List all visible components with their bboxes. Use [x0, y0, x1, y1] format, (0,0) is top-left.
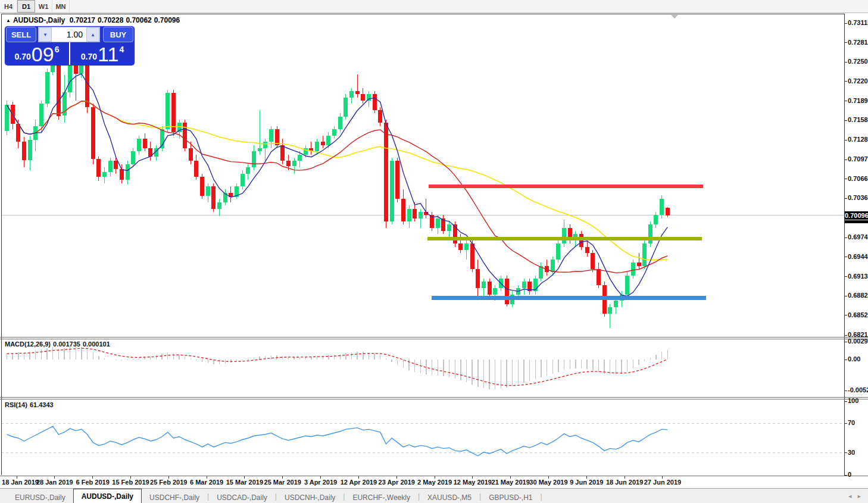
tab-gbpusd-h1[interactable]: GBPUSD-,H1 [481, 491, 540, 503]
date-tick-label: 2 May 2019 [417, 479, 452, 486]
price-tick-label: 0.70665 [848, 175, 868, 182]
volume-decrease-button[interactable]: ▼ [39, 27, 52, 42]
buy-button[interactable]: BUY [103, 27, 133, 42]
date-tick-label: 27 Jun 2019 [644, 479, 681, 486]
volume-input[interactable] [52, 27, 86, 42]
rsi-tick-label: 70 [848, 419, 855, 426]
date-tick-label: 21 May 2019 [492, 479, 530, 486]
tab-xauusd-m5[interactable]: XAUUSD-,M5 [420, 491, 479, 503]
tab-usdchf-daily[interactable]: USDCHF-,Daily [142, 491, 207, 503]
tabs-scroll-right-icon[interactable]: ▸ [857, 492, 861, 500]
date-tick-label: 12 Apr 2019 [341, 479, 377, 486]
timeframe-button-h4[interactable]: H4 [0, 0, 17, 13]
date-tick-label: 25 Mar 2019 [264, 479, 301, 486]
price-tick-label: 0.70360 [848, 194, 868, 201]
timeframe-toolbar: H4D1W1MN [0, 0, 868, 13]
timeframe-button-w1[interactable]: W1 [35, 0, 52, 13]
tab-eurchf-weekly[interactable]: EURCHF-,Weekly [345, 491, 417, 503]
date-tick-label: 6 Mar 2019 [190, 479, 223, 486]
rsi-value: 61.4343 [30, 401, 54, 408]
chart-title: ▲AUDUSD-,Daily 0.702170.702280.700620.70… [6, 16, 182, 24]
price-tick-label: 0.68825 [848, 292, 868, 299]
tab-separator: | [541, 492, 542, 501]
ohlc-open: 0.70217 [70, 16, 95, 24]
date-tick-label: 30 May 2019 [529, 479, 567, 486]
price-tick-label: 0.69440 [848, 253, 868, 260]
date-tick-label: 3 Apr 2019 [304, 479, 337, 486]
macd-signal-value: 0.000101 [83, 340, 110, 348]
sell-price-display[interactable]: 0.70 09 6 [5, 42, 70, 65]
price-tick-label: 0.73115 [848, 19, 868, 26]
volume-control: ▼ ▲ [38, 27, 100, 42]
volume-increase-button[interactable]: ▲ [86, 27, 99, 42]
price-tick-label: 0.71585 [848, 116, 868, 123]
chart-shift-marker-icon[interactable] [671, 15, 678, 18]
price-tick-label: 0.69745 [848, 233, 868, 240]
ohlc-high: 0.70228 [98, 16, 123, 24]
candles-layer [5, 48, 670, 328]
price-tick-label: 0.71890 [848, 97, 868, 104]
tab-audusd-daily[interactable]: AUDUSD-,Daily [73, 489, 142, 503]
date-tick-label: 18 Jun 2019 [606, 479, 643, 486]
date-tick-label: 9 Jun 2019 [570, 479, 603, 486]
date-tick-label: 25 Feb 2019 [150, 479, 187, 486]
buy-price-point: 4 [119, 45, 124, 54]
collapse-arrow-icon[interactable]: ▲ [6, 18, 11, 23]
tab-usdcad-daily[interactable]: USDCAD-,Daily [209, 491, 275, 503]
timeframe-button-d1[interactable]: D1 [17, 0, 35, 13]
buy-price-big: 11 [98, 46, 118, 63]
chart-tab-bar: EURUSD-,DailyAUDUSD-,DailyUSDCHF-,Daily|… [0, 488, 868, 503]
date-tick-label: 28 Jan 2019 [36, 479, 73, 486]
rsi-indicator-label: RSI(14)61.4343 [5, 401, 56, 408]
date-tick-label: 15 Mar 2019 [226, 479, 263, 486]
sell-button[interactable]: SELL [6, 27, 36, 42]
tab-usdcnh-daily[interactable]: USDCNH-,Daily [277, 491, 343, 503]
price-tick-label: 0.69130 [848, 273, 868, 280]
rsi-line [7, 426, 668, 456]
rsi-tick-label: 100 [848, 397, 858, 404]
date-tick-label: 12 May 2019 [454, 479, 492, 486]
macd-tick-label: 0.002984 [848, 338, 868, 345]
price-tick-label: 0.72200 [848, 77, 868, 85]
ohlc-low: 0.70062 [126, 16, 151, 24]
price-tick-label: 0.68520 [848, 311, 868, 318]
timeframe-button-mn[interactable]: MN [52, 0, 70, 13]
price-tick-label: 0.71280 [848, 136, 868, 143]
buy-price-prefix: 0.70 [81, 52, 97, 61]
ohlc-close: 0.70096 [154, 16, 180, 24]
date-tick-label: 23 Apr 2019 [379, 479, 415, 486]
one-click-trading-panel: SELL ▼ ▲ BUY 0.70 09 6 0.70 11 4 [5, 26, 135, 65]
date-tick-label: 15 Feb 2019 [112, 479, 149, 486]
sell-price-big: 09 [32, 46, 54, 63]
macd-signal-line [7, 348, 668, 386]
rsi-tick-label: 30 [848, 449, 855, 456]
macd-indicator-label: MACD(12,26,9)0.0017350.000101 [5, 340, 113, 348]
tab-eurusd-daily[interactable]: EURUSD-,Daily [7, 491, 73, 503]
price-tick-label: 0.68210 [848, 331, 868, 338]
macd-value: 0.001735 [53, 340, 80, 348]
price-tick-label: 0.72810 [848, 39, 868, 46]
symbol-period-label: AUDUSD-,Daily [13, 16, 65, 24]
macd-tick-label: 0.00 [848, 355, 860, 363]
date-tick-label: 18 Jan 2019 [2, 479, 39, 486]
sell-price-prefix: 0.70 [15, 52, 31, 61]
buy-price-display[interactable]: 0.70 11 4 [70, 42, 135, 65]
macd-tick-label: -0.00525 [848, 386, 868, 393]
rsi-tick-label: 0 [848, 471, 851, 478]
price-chart-canvas[interactable] [0, 0, 868, 488]
price-tick-label: 0.72505 [848, 58, 868, 65]
tabs-scroll-left-icon[interactable]: ◂ [848, 492, 852, 500]
sell-price-point: 6 [55, 45, 60, 54]
current-price-tag: 0.70096 [845, 211, 868, 220]
date-tick-label: 6 Feb 2019 [76, 479, 109, 486]
price-tick-label: 0.70970 [848, 155, 868, 163]
trading-terminal: H4D1W1MN ▲AUDUSD-,Daily 0.702170.702280.… [0, 0, 868, 503]
